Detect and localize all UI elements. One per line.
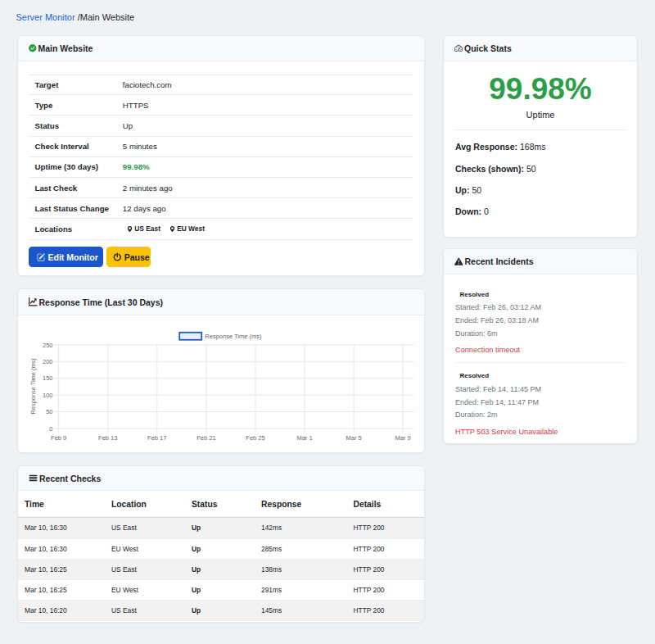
svg-text:Response Time (ms): Response Time (ms) [29, 358, 37, 414]
svg-text:50: 50 [46, 408, 52, 415]
svg-text:Feb 13: Feb 13 [98, 434, 117, 442]
svg-text:200: 200 [43, 358, 53, 365]
svg-text:Mar 9: Mar 9 [395, 434, 411, 442]
svg-text:Feb 25: Feb 25 [246, 434, 264, 442]
svg-text:Feb 9: Feb 9 [51, 434, 66, 442]
svg-text:Mar 5: Mar 5 [346, 434, 362, 442]
svg-text:250: 250 [43, 342, 53, 349]
svg-text:Mar 1: Mar 1 [296, 434, 312, 442]
svg-text:150: 150 [43, 374, 53, 382]
svg-text:Feb 17: Feb 17 [147, 434, 166, 442]
svg-text:Response Time (ms): Response Time (ms) [205, 333, 262, 340]
svg-text:Feb 21: Feb 21 [196, 434, 215, 442]
svg-text:100: 100 [43, 392, 53, 399]
svg-text:0: 0 [49, 425, 52, 433]
